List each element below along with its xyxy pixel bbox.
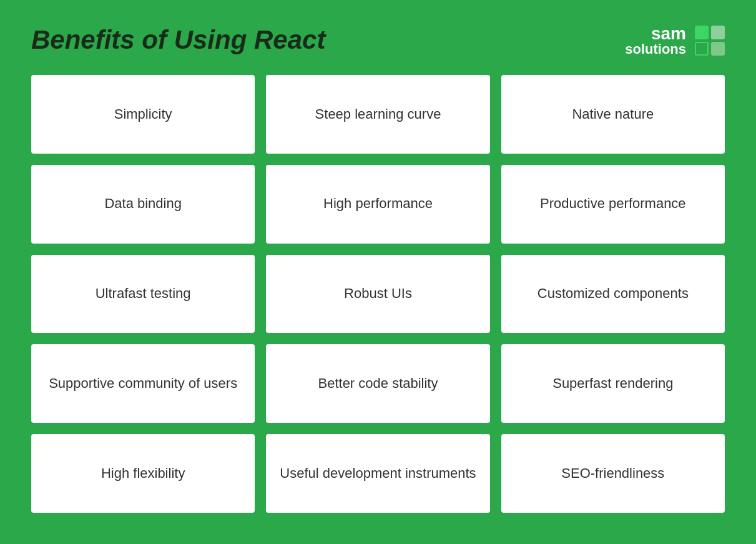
benefit-card-label: Useful development instruments — [280, 465, 476, 483]
header-row: Benefits of Using React sam solutions — [31, 25, 725, 56]
benefit-card-label: Better code stability — [318, 375, 438, 393]
page-wrapper: Benefits of Using React sam solutions Si… — [0, 0, 756, 544]
benefit-card-label: Productive performance — [540, 195, 686, 213]
benefits-grid: SimplicitySteep learning curveNative nat… — [31, 75, 725, 513]
benefit-card: Ultrafast testing — [31, 255, 255, 334]
benefit-card: Productive performance — [501, 165, 725, 244]
benefit-card-label: Simplicity — [114, 106, 172, 124]
benefit-card-label: Steep learning curve — [315, 106, 441, 124]
benefit-card: Useful development instruments — [266, 434, 489, 513]
logo-sam: sam — [651, 25, 686, 42]
benefit-card: Steep learning curve — [266, 75, 489, 154]
benefit-card-label: High flexibility — [101, 465, 185, 483]
benefit-card: Customized components — [501, 255, 725, 334]
logo-cubes-icon — [695, 26, 725, 56]
logo-container: sam solutions — [625, 25, 725, 56]
benefit-card: Data binding — [31, 165, 255, 244]
benefit-card-label: Ultrafast testing — [96, 285, 191, 303]
cube-top-left — [695, 26, 709, 39]
benefit-card: High performance — [266, 165, 489, 244]
benefit-card: Better code stability — [266, 344, 489, 423]
benefit-card-label: Native nature — [572, 106, 654, 124]
benefit-card: SEO-friendliness — [501, 434, 725, 513]
benefit-card-label: Supportive community of users — [49, 375, 237, 393]
page-title: Benefits of Using React — [31, 25, 325, 55]
cube-top-right — [711, 26, 725, 39]
benefit-card: High flexibility — [31, 434, 255, 513]
benefit-card-label: High performance — [323, 195, 433, 213]
cube-bottom-right — [711, 42, 725, 56]
benefit-card-label: SEO-friendliness — [561, 465, 664, 483]
benefit-card: Robust UIs — [266, 255, 489, 334]
logo-solutions: solutions — [625, 42, 686, 56]
cube-bottom-left — [695, 42, 709, 56]
benefit-card-label: Robust UIs — [344, 285, 412, 303]
benefit-card-label: Data binding — [104, 195, 182, 213]
benefit-card: Superfast rendering — [501, 344, 725, 423]
benefit-card-label: Superfast rendering — [552, 375, 673, 393]
benefit-card: Supportive community of users — [31, 344, 255, 423]
benefit-card-label: Customized components — [538, 285, 689, 303]
benefit-card: Simplicity — [31, 75, 255, 154]
logo-text: sam solutions — [625, 25, 686, 56]
benefit-card: Native nature — [501, 75, 725, 154]
